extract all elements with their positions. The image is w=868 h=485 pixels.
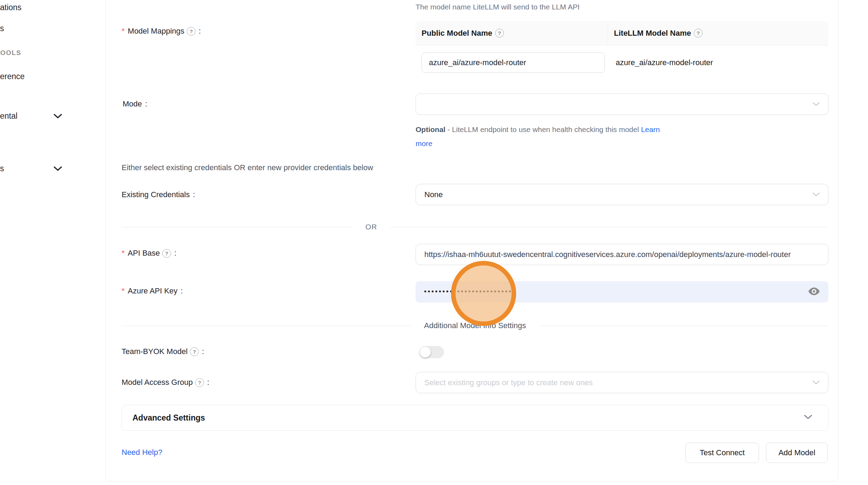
litellm-model-name-value: azure_ai/azure-model-router <box>616 58 713 67</box>
team-byok-toggle[interactable] <box>419 346 444 358</box>
need-help-link[interactable]: Need Help? <box>122 448 162 457</box>
masked-password-value: ••••••••••••••••••••••••• <box>424 288 516 295</box>
divider-line <box>539 326 828 326</box>
chevron-down-icon[interactable] <box>53 113 62 120</box>
sidebar-item-experimental[interactable]: ental <box>0 111 18 121</box>
model-access-group-select[interactable]: Select existing groups or type to create… <box>416 372 828 393</box>
sidebar-item-reference[interactable]: erence <box>0 72 25 81</box>
add-model-page: ations s TOOLS erence ental s The model … <box>0 0 868 485</box>
model-mappings-label: * Model Mappings ? : <box>122 27 201 36</box>
required-marker: * <box>122 27 125 36</box>
api-base-input[interactable] <box>416 244 828 265</box>
sidebar-item-settings[interactable]: s <box>0 164 4 173</box>
api-base-label: * API Base ? : <box>122 249 176 258</box>
sidebar-item-integrations[interactable]: ations <box>0 3 21 12</box>
public-model-name-input[interactable] <box>422 53 605 73</box>
help-icon[interactable]: ? <box>162 249 171 258</box>
model-mappings-table-header: Public Model Name ? LiteLLM Model Name ? <box>416 21 828 46</box>
mode-label: Mode: <box>123 99 147 109</box>
azure-api-key-label: * Azure API Key : <box>122 286 183 296</box>
chevron-down-icon[interactable] <box>53 166 62 173</box>
required-marker: * <box>122 249 125 258</box>
help-icon[interactable]: ? <box>694 29 703 37</box>
help-icon[interactable]: ? <box>187 27 196 36</box>
model-name-hint: The model name LiteLLM will send to the … <box>416 3 580 11</box>
additional-settings-divider-text: Additional Model Info Settings <box>411 321 539 330</box>
advanced-settings-panel[interactable]: Advanced Settings <box>122 405 828 431</box>
learn-more-link[interactable]: Learn <box>641 125 660 133</box>
credentials-note: Either select existing credentials OR en… <box>122 163 373 172</box>
sidebar-item-1[interactable]: s <box>0 24 4 33</box>
or-divider-text: OR <box>352 223 391 231</box>
model-access-group-placeholder: Select existing groups or type to create… <box>424 378 593 387</box>
chevron-down-icon <box>804 414 813 421</box>
help-icon[interactable]: ? <box>190 347 199 356</box>
help-icon[interactable]: ? <box>195 378 204 387</box>
azure-api-key-input[interactable]: ••••••••••••••••••••••••• <box>416 281 828 303</box>
divider-line <box>122 326 411 326</box>
test-connect-button[interactable]: Test Connect <box>685 443 759 463</box>
add-model-button[interactable]: Add Model <box>766 443 828 463</box>
team-byok-label: Team-BYOK Model ? : <box>122 347 204 356</box>
divider-line <box>122 227 352 227</box>
existing-credentials-select[interactable]: None <box>416 184 828 205</box>
public-model-name-header: Public Model Name ? <box>416 21 608 45</box>
litellm-model-name-header: LiteLLM Model Name ? <box>608 21 828 45</box>
help-icon[interactable]: ? <box>495 29 504 37</box>
mode-select[interactable] <box>416 93 828 115</box>
model-access-group-label: Model Access Group ? : <box>122 378 209 387</box>
existing-credentials-label: Existing Credentials: <box>122 190 195 199</box>
learn-more-link[interactable]: more <box>416 139 432 147</box>
additional-settings-divider: Additional Model Info Settings <box>122 321 828 330</box>
chevron-down-icon <box>812 190 820 199</box>
mode-helper-text: Optional - LiteLLM endpoint to use when … <box>416 123 699 151</box>
sidebar-section-tools: TOOLS <box>0 49 21 57</box>
chevron-down-icon <box>812 378 820 387</box>
advanced-settings-title: Advanced Settings <box>132 413 205 423</box>
or-divider: OR <box>122 223 828 231</box>
existing-credentials-value: None <box>424 190 443 199</box>
eye-icon[interactable] <box>808 287 820 297</box>
divider-line <box>390 227 828 227</box>
required-marker: * <box>122 286 125 296</box>
chevron-down-icon <box>812 100 820 109</box>
toggle-knob <box>420 347 431 358</box>
